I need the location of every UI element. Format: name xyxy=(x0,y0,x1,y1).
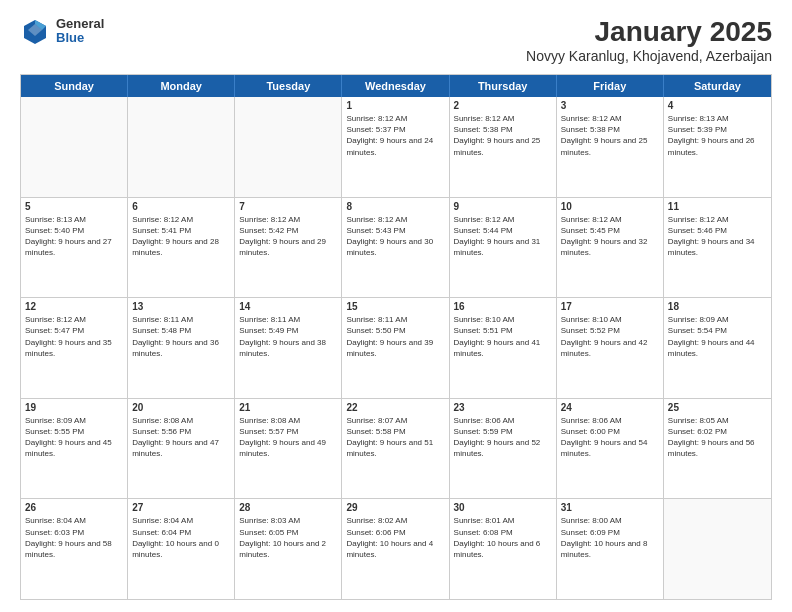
calendar-cell: 30Sunrise: 8:01 AMSunset: 6:08 PMDayligh… xyxy=(450,499,557,599)
calendar-cell: 9Sunrise: 8:12 AMSunset: 5:44 PMDaylight… xyxy=(450,198,557,298)
day-number: 19 xyxy=(25,402,123,413)
cell-details: Sunrise: 8:10 AMSunset: 5:52 PMDaylight:… xyxy=(561,314,659,359)
logo-blue: Blue xyxy=(56,31,104,45)
day-number: 7 xyxy=(239,201,337,212)
calendar-cell: 11Sunrise: 8:12 AMSunset: 5:46 PMDayligh… xyxy=(664,198,771,298)
calendar-cell: 8Sunrise: 8:12 AMSunset: 5:43 PMDaylight… xyxy=(342,198,449,298)
day-number: 17 xyxy=(561,301,659,312)
day-number: 26 xyxy=(25,502,123,513)
cell-details: Sunrise: 8:07 AMSunset: 5:58 PMDaylight:… xyxy=(346,415,444,460)
cell-details: Sunrise: 8:13 AMSunset: 5:40 PMDaylight:… xyxy=(25,214,123,259)
cell-details: Sunrise: 8:03 AMSunset: 6:05 PMDaylight:… xyxy=(239,515,337,560)
calendar-cell: 4Sunrise: 8:13 AMSunset: 5:39 PMDaylight… xyxy=(664,97,771,197)
calendar-cell: 12Sunrise: 8:12 AMSunset: 5:47 PMDayligh… xyxy=(21,298,128,398)
calendar-subtitle: Novyy Karanlug, Khojavend, Azerbaijan xyxy=(526,48,772,64)
day-number: 30 xyxy=(454,502,552,513)
cell-details: Sunrise: 8:12 AMSunset: 5:41 PMDaylight:… xyxy=(132,214,230,259)
cell-details: Sunrise: 8:12 AMSunset: 5:37 PMDaylight:… xyxy=(346,113,444,158)
day-number: 28 xyxy=(239,502,337,513)
day-number: 25 xyxy=(668,402,767,413)
calendar-cell: 16Sunrise: 8:10 AMSunset: 5:51 PMDayligh… xyxy=(450,298,557,398)
cell-details: Sunrise: 8:09 AMSunset: 5:54 PMDaylight:… xyxy=(668,314,767,359)
calendar-row: 12Sunrise: 8:12 AMSunset: 5:47 PMDayligh… xyxy=(21,298,771,399)
cell-details: Sunrise: 8:06 AMSunset: 6:00 PMDaylight:… xyxy=(561,415,659,460)
day-number: 20 xyxy=(132,402,230,413)
day-number: 31 xyxy=(561,502,659,513)
header-friday: Friday xyxy=(557,75,664,97)
cell-details: Sunrise: 8:05 AMSunset: 6:02 PMDaylight:… xyxy=(668,415,767,460)
day-number: 11 xyxy=(668,201,767,212)
day-number: 22 xyxy=(346,402,444,413)
calendar-cell xyxy=(21,97,128,197)
cell-details: Sunrise: 8:11 AMSunset: 5:48 PMDaylight:… xyxy=(132,314,230,359)
day-number: 2 xyxy=(454,100,552,111)
day-number: 21 xyxy=(239,402,337,413)
logo-text: General Blue xyxy=(56,17,104,46)
calendar-cell: 6Sunrise: 8:12 AMSunset: 5:41 PMDaylight… xyxy=(128,198,235,298)
calendar-header: Sunday Monday Tuesday Wednesday Thursday… xyxy=(21,75,771,97)
calendar-cell: 15Sunrise: 8:11 AMSunset: 5:50 PMDayligh… xyxy=(342,298,449,398)
calendar-cell: 19Sunrise: 8:09 AMSunset: 5:55 PMDayligh… xyxy=(21,399,128,499)
calendar-cell: 23Sunrise: 8:06 AMSunset: 5:59 PMDayligh… xyxy=(450,399,557,499)
calendar-cell: 7Sunrise: 8:12 AMSunset: 5:42 PMDaylight… xyxy=(235,198,342,298)
calendar-cell: 10Sunrise: 8:12 AMSunset: 5:45 PMDayligh… xyxy=(557,198,664,298)
calendar-cell: 22Sunrise: 8:07 AMSunset: 5:58 PMDayligh… xyxy=(342,399,449,499)
header-tuesday: Tuesday xyxy=(235,75,342,97)
day-number: 5 xyxy=(25,201,123,212)
calendar-cell: 28Sunrise: 8:03 AMSunset: 6:05 PMDayligh… xyxy=(235,499,342,599)
calendar-cell: 29Sunrise: 8:02 AMSunset: 6:06 PMDayligh… xyxy=(342,499,449,599)
header-sunday: Sunday xyxy=(21,75,128,97)
day-number: 18 xyxy=(668,301,767,312)
calendar-cell: 26Sunrise: 8:04 AMSunset: 6:03 PMDayligh… xyxy=(21,499,128,599)
logo: General Blue xyxy=(20,16,104,46)
calendar-cell: 14Sunrise: 8:11 AMSunset: 5:49 PMDayligh… xyxy=(235,298,342,398)
day-number: 12 xyxy=(25,301,123,312)
cell-details: Sunrise: 8:12 AMSunset: 5:44 PMDaylight:… xyxy=(454,214,552,259)
day-number: 3 xyxy=(561,100,659,111)
calendar-cell: 24Sunrise: 8:06 AMSunset: 6:00 PMDayligh… xyxy=(557,399,664,499)
day-number: 14 xyxy=(239,301,337,312)
day-number: 15 xyxy=(346,301,444,312)
calendar-cell: 17Sunrise: 8:10 AMSunset: 5:52 PMDayligh… xyxy=(557,298,664,398)
day-number: 9 xyxy=(454,201,552,212)
day-number: 10 xyxy=(561,201,659,212)
calendar-body: 1Sunrise: 8:12 AMSunset: 5:37 PMDaylight… xyxy=(21,97,771,599)
cell-details: Sunrise: 8:01 AMSunset: 6:08 PMDaylight:… xyxy=(454,515,552,560)
calendar-cell: 13Sunrise: 8:11 AMSunset: 5:48 PMDayligh… xyxy=(128,298,235,398)
cell-details: Sunrise: 8:04 AMSunset: 6:03 PMDaylight:… xyxy=(25,515,123,560)
header-wednesday: Wednesday xyxy=(342,75,449,97)
header-thursday: Thursday xyxy=(450,75,557,97)
cell-details: Sunrise: 8:12 AMSunset: 5:38 PMDaylight:… xyxy=(454,113,552,158)
calendar-cell: 31Sunrise: 8:00 AMSunset: 6:09 PMDayligh… xyxy=(557,499,664,599)
calendar-cell: 3Sunrise: 8:12 AMSunset: 5:38 PMDaylight… xyxy=(557,97,664,197)
cell-details: Sunrise: 8:04 AMSunset: 6:04 PMDaylight:… xyxy=(132,515,230,560)
cell-details: Sunrise: 8:10 AMSunset: 5:51 PMDaylight:… xyxy=(454,314,552,359)
cell-details: Sunrise: 8:11 AMSunset: 5:49 PMDaylight:… xyxy=(239,314,337,359)
cell-details: Sunrise: 8:12 AMSunset: 5:45 PMDaylight:… xyxy=(561,214,659,259)
day-number: 8 xyxy=(346,201,444,212)
cell-details: Sunrise: 8:11 AMSunset: 5:50 PMDaylight:… xyxy=(346,314,444,359)
cell-details: Sunrise: 8:12 AMSunset: 5:42 PMDaylight:… xyxy=(239,214,337,259)
calendar-cell: 20Sunrise: 8:08 AMSunset: 5:56 PMDayligh… xyxy=(128,399,235,499)
cell-details: Sunrise: 8:00 AMSunset: 6:09 PMDaylight:… xyxy=(561,515,659,560)
header: General Blue January 2025 Novyy Karanlug… xyxy=(20,16,772,64)
day-number: 13 xyxy=(132,301,230,312)
calendar-row: 5Sunrise: 8:13 AMSunset: 5:40 PMDaylight… xyxy=(21,198,771,299)
header-saturday: Saturday xyxy=(664,75,771,97)
day-number: 24 xyxy=(561,402,659,413)
cell-details: Sunrise: 8:12 AMSunset: 5:43 PMDaylight:… xyxy=(346,214,444,259)
logo-general: General xyxy=(56,17,104,31)
cell-details: Sunrise: 8:02 AMSunset: 6:06 PMDaylight:… xyxy=(346,515,444,560)
calendar-cell xyxy=(664,499,771,599)
calendar-cell: 2Sunrise: 8:12 AMSunset: 5:38 PMDaylight… xyxy=(450,97,557,197)
calendar-row: 19Sunrise: 8:09 AMSunset: 5:55 PMDayligh… xyxy=(21,399,771,500)
cell-details: Sunrise: 8:13 AMSunset: 5:39 PMDaylight:… xyxy=(668,113,767,158)
title-block: January 2025 Novyy Karanlug, Khojavend, … xyxy=(526,16,772,64)
day-number: 23 xyxy=(454,402,552,413)
cell-details: Sunrise: 8:08 AMSunset: 5:57 PMDaylight:… xyxy=(239,415,337,460)
cell-details: Sunrise: 8:12 AMSunset: 5:46 PMDaylight:… xyxy=(668,214,767,259)
day-number: 29 xyxy=(346,502,444,513)
calendar-cell: 21Sunrise: 8:08 AMSunset: 5:57 PMDayligh… xyxy=(235,399,342,499)
calendar-cell xyxy=(128,97,235,197)
day-number: 27 xyxy=(132,502,230,513)
